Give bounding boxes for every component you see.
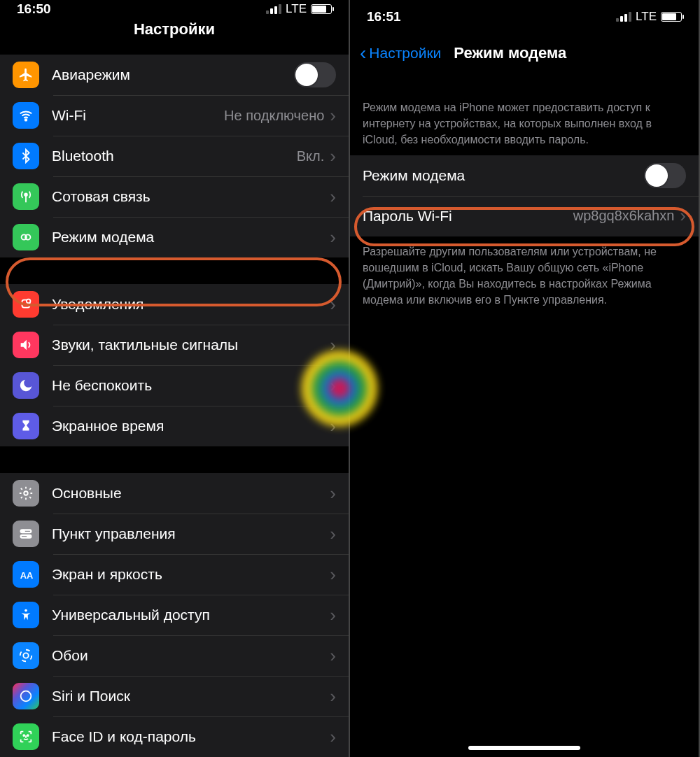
page-title: Режим модема: [454, 44, 566, 62]
section-footer-text: Разрешайте другим пользователям или устр…: [350, 236, 699, 309]
settings-row-antenna[interactable]: Сотовая связь›: [0, 176, 349, 217]
svg-point-13: [23, 653, 28, 658]
row-label: Основные: [52, 485, 330, 502]
settings-row-textsize[interactable]: AAЭкран и яркость›: [0, 554, 349, 595]
back-button[interactable]: ‹ Настройки: [360, 43, 441, 63]
bell-icon: [13, 291, 39, 318]
settings-row-switches[interactable]: Пункт управления›: [0, 514, 349, 554]
settings-row-accessibility[interactable]: Универсальный доступ›: [0, 595, 349, 635]
settings-row-moon[interactable]: Не беспокоить›: [0, 365, 349, 406]
switches-icon: [13, 521, 39, 547]
chevron-right-icon: ›: [330, 105, 336, 127]
settings-row-faceid[interactable]: Face ID и код-пароль›: [0, 716, 349, 757]
chevron-left-icon: ‹: [360, 43, 366, 63]
hotspot-toggle[interactable]: [644, 163, 686, 188]
settings-group: Уведомления›Звуки, тактильные сигналы›Не…: [0, 284, 349, 446]
svg-point-9: [22, 530, 24, 532]
chevron-right-icon: ›: [680, 205, 686, 227]
chevron-right-icon: ›: [330, 645, 336, 667]
row-value: Не подключено: [224, 108, 324, 124]
row-label: Режим модема: [52, 229, 330, 246]
settings-row-wallpaper[interactable]: Обои›: [0, 635, 349, 676]
row-label: Wi-Fi: [52, 107, 224, 124]
chevron-right-icon: ›: [330, 523, 336, 545]
row-label: Экран и яркость: [52, 566, 330, 583]
hourglass-icon: [13, 413, 39, 439]
moon-icon: [13, 372, 39, 399]
row-label: Face ID и код-пароль: [52, 728, 330, 745]
signal-icon: [266, 4, 281, 14]
settings-row-bluetooth[interactable]: BluetoothВкл.›: [0, 136, 349, 176]
accessibility-icon: [13, 602, 39, 628]
status-time: 16:51: [367, 9, 401, 24]
settings-row-hourglass[interactable]: Экранное время›: [0, 406, 349, 446]
settings-row-bell[interactable]: Уведомления›: [0, 284, 349, 325]
svg-text:AA: AA: [20, 570, 34, 581]
settings-row-siri[interactable]: Siri и Поиск›: [0, 676, 349, 716]
battery-icon: [661, 12, 682, 22]
network-label: LTE: [286, 2, 307, 16]
chevron-right-icon: ›: [330, 483, 336, 504]
status-bar: 16:51 LTE: [350, 0, 699, 34]
settings-row-gear[interactable]: Основные›: [0, 473, 349, 514]
section-header-text: Режим модема на iPhone может предоставит…: [350, 99, 699, 155]
settings-row-airplane[interactable]: Авиарежим: [0, 55, 349, 95]
row-label: Сотовая связь: [52, 188, 330, 205]
bluetooth-icon: [13, 143, 39, 169]
textsize-icon: AA: [13, 561, 39, 588]
row-label: Siri и Поиск: [52, 688, 330, 705]
faceid-icon: [13, 723, 39, 750]
settings-row-speaker[interactable]: Звуки, тактильные сигналы›: [0, 325, 349, 365]
svg-point-10: [27, 535, 29, 537]
svg-point-0: [25, 119, 27, 120]
row-value: wp8gq8x6kahxn: [573, 208, 675, 224]
home-indicator[interactable]: [468, 746, 580, 750]
svg-point-14: [21, 691, 31, 702]
svg-point-6: [24, 491, 28, 495]
toggle[interactable]: [294, 62, 336, 87]
settings-screen: 16:50 LTE Настройки АвиарежимWi-FiНе под…: [0, 0, 350, 757]
settings-row-wifi[interactable]: Wi-FiНе подключено›: [0, 95, 349, 136]
status-time: 16:50: [17, 1, 51, 17]
row-label: Bluetooth: [52, 148, 297, 164]
wifi-icon: [13, 102, 39, 129]
row-label: Уведомления: [52, 296, 330, 313]
row-hotspot-toggle[interactable]: Режим модема: [350, 155, 699, 196]
row-label: Режим модема: [363, 167, 644, 184]
settings-row-hotspot[interactable]: Режим модема›: [0, 217, 349, 257]
page-title: Настройки: [0, 20, 349, 38]
chevron-right-icon: ›: [330, 146, 336, 167]
battery-icon: [311, 4, 332, 14]
wallpaper-icon: [13, 642, 39, 669]
chevron-right-icon: ›: [330, 294, 336, 316]
settings-group: АвиарежимWi-FiНе подключено›BluetoothВкл…: [0, 55, 349, 257]
svg-point-1: [24, 193, 27, 196]
chevron-right-icon: ›: [330, 375, 336, 397]
hotspot-icon: [13, 224, 39, 250]
chevron-right-icon: ›: [330, 686, 336, 707]
row-wifi-password[interactable]: Пароль Wi-Fi wp8gq8x6kahxn ›: [350, 196, 699, 236]
chevron-right-icon: ›: [330, 726, 336, 748]
nav-bar: Настройки: [0, 18, 349, 40]
svg-point-5: [27, 299, 30, 304]
row-label: Авиарежим: [52, 66, 294, 83]
row-label: Универсальный доступ: [52, 607, 330, 623]
svg-point-12: [24, 609, 27, 612]
svg-point-16: [27, 735, 29, 736]
row-label: Пароль Wi-Fi: [363, 208, 573, 225]
chevron-right-icon: ›: [330, 186, 336, 208]
row-label: Звуки, тактильные сигналы: [52, 337, 330, 353]
status-right: LTE: [616, 10, 682, 24]
speaker-icon: [13, 332, 39, 358]
siri-icon: [13, 683, 39, 709]
airplane-icon: [13, 62, 39, 88]
signal-icon: [616, 12, 631, 22]
row-value: Вкл.: [297, 148, 325, 164]
antenna-icon: [13, 183, 39, 210]
back-label: Настройки: [369, 45, 441, 62]
row-label: Обои: [52, 647, 330, 664]
chevron-right-icon: ›: [330, 227, 336, 248]
nav-bar: ‹ Настройки Режим модема: [350, 34, 699, 73]
chevron-right-icon: ›: [330, 416, 336, 437]
row-label: Пункт управления: [52, 525, 330, 542]
